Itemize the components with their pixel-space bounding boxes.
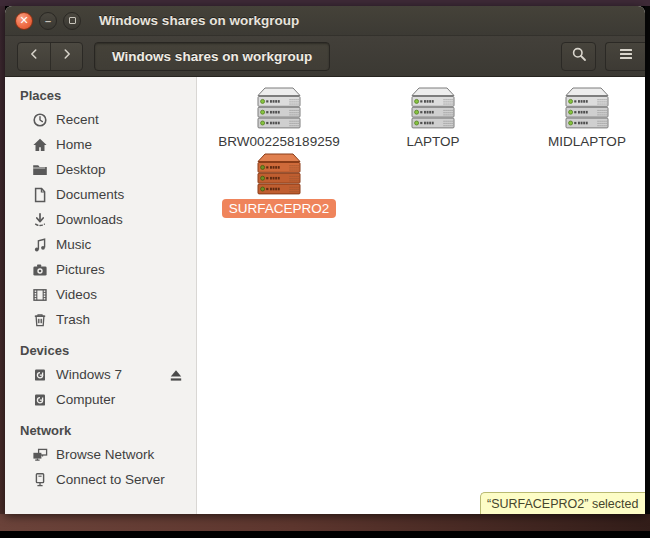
screen-edge xyxy=(0,531,650,538)
eject-icon[interactable] xyxy=(168,367,184,383)
toolbar: Windows shares on workgroup xyxy=(5,36,645,77)
chevron-right-icon xyxy=(60,47,74,65)
desktop-background: ✕ – Windows shares on workgroup xyxy=(0,0,650,538)
trash-icon xyxy=(32,312,48,328)
file-name-label: MIDLAPTOP xyxy=(548,133,626,151)
window-title: Windows shares on workgroup xyxy=(99,13,299,28)
file-manager-window: ✕ – Windows shares on workgroup xyxy=(5,6,645,514)
sidebar-item-videos[interactable]: Videos xyxy=(5,282,196,307)
server-connect-icon xyxy=(32,472,48,488)
minimize-icon: – xyxy=(45,15,51,27)
sidebar-item-label: Music xyxy=(56,237,91,252)
titlebar: ✕ – Windows shares on workgroup xyxy=(5,6,645,36)
sidebar-item-label: Windows 7 xyxy=(56,367,122,382)
network-server-icon xyxy=(256,87,302,129)
sidebar-item-computer[interactable]: Computer xyxy=(5,387,196,412)
sidebar-heading-places: Places xyxy=(5,83,196,107)
sidebar-item-label: Computer xyxy=(56,392,115,407)
document-icon xyxy=(32,187,48,203)
camera-icon xyxy=(32,262,48,278)
sidebar-item-documents[interactable]: Documents xyxy=(5,182,196,207)
sidebar-item-recent[interactable]: Recent xyxy=(5,107,196,132)
sidebar-item-label: Trash xyxy=(56,312,90,327)
wallpaper-strip-right xyxy=(645,6,650,514)
sidebar-item-trash[interactable]: Trash xyxy=(5,307,196,332)
sidebar-item-label: Documents xyxy=(56,187,124,202)
file-grid: BRW002258189259LAPTOPMIDLAPTOPSURFACEPRO… xyxy=(197,77,645,220)
file-name-label: SURFACEPRO2 xyxy=(222,199,337,218)
back-button[interactable] xyxy=(18,43,50,70)
sidebar-item-connect-to-server[interactable]: Connect to Server xyxy=(5,467,196,492)
file-item-surfacepro2[interactable]: SURFACEPRO2 xyxy=(202,153,356,218)
maximize-icon xyxy=(69,17,76,24)
sidebar-item-home[interactable]: Home xyxy=(5,132,196,157)
download-icon xyxy=(32,212,48,228)
hamburger-menu-icon xyxy=(618,47,634,65)
sidebar-item-downloads[interactable]: Downloads xyxy=(5,207,196,232)
window-close-button[interactable]: ✕ xyxy=(15,12,33,30)
sidebar-item-label: Browse Network xyxy=(56,447,154,462)
sidebar-item-label: Connect to Server xyxy=(56,472,165,487)
sidebar-item-music[interactable]: Music xyxy=(5,232,196,257)
search-button[interactable] xyxy=(561,42,596,71)
file-name-label: LAPTOP xyxy=(406,133,459,151)
sidebar-item-windows-7[interactable]: Windows 7 xyxy=(5,362,196,387)
window-minimize-button[interactable]: – xyxy=(39,12,57,30)
window-maximize-button[interactable] xyxy=(63,12,81,30)
menu-button[interactable] xyxy=(605,42,645,71)
sidebar-item-label: Desktop xyxy=(56,162,106,177)
drive-icon xyxy=(32,367,48,383)
file-view: BRW002258189259LAPTOPMIDLAPTOPSURFACEPRO… xyxy=(197,77,645,514)
network-computers-icon xyxy=(32,447,48,463)
sidebar-heading-devices: Devices xyxy=(5,338,196,362)
location-path-button[interactable]: Windows shares on workgroup xyxy=(94,42,330,71)
sidebar-item-label: Downloads xyxy=(56,212,123,227)
sidebar-item-desktop[interactable]: Desktop xyxy=(5,157,196,182)
file-item-brw002258189259[interactable]: BRW002258189259 xyxy=(202,87,356,151)
forward-button[interactable] xyxy=(50,43,82,70)
close-icon: ✕ xyxy=(19,14,28,27)
home-icon xyxy=(32,137,48,153)
sidebar-item-pictures[interactable]: Pictures xyxy=(5,257,196,282)
file-item-midlaptop[interactable]: MIDLAPTOP xyxy=(510,87,645,151)
drive-icon xyxy=(32,392,48,408)
sidebar-heading-network: Network xyxy=(5,418,196,442)
network-server-icon xyxy=(564,87,610,129)
status-text: “SURFACEPRO2” selected xyxy=(487,497,638,511)
sidebar-item-label: Pictures xyxy=(56,262,105,277)
film-icon xyxy=(32,287,48,303)
nav-button-group xyxy=(17,42,83,71)
search-icon xyxy=(571,46,587,66)
network-server-icon xyxy=(256,153,302,195)
clock-icon xyxy=(32,112,48,128)
network-server-icon xyxy=(410,87,456,129)
status-popup: “SURFACEPRO2” selected xyxy=(480,492,645,514)
sidebar: PlacesRecentHomeDesktopDocumentsDownload… xyxy=(5,77,197,514)
folder-icon xyxy=(32,162,48,178)
window-content: PlacesRecentHomeDesktopDocumentsDownload… xyxy=(5,77,645,514)
sidebar-item-browse-network[interactable]: Browse Network xyxy=(5,442,196,467)
sidebar-item-label: Videos xyxy=(56,287,97,302)
sidebar-item-label: Recent xyxy=(56,112,99,127)
music-notes-icon xyxy=(32,237,48,253)
sidebar-item-label: Home xyxy=(56,137,92,152)
file-item-laptop[interactable]: LAPTOP xyxy=(356,87,510,151)
chevron-left-icon xyxy=(27,47,41,65)
file-name-label: BRW002258189259 xyxy=(218,133,339,151)
